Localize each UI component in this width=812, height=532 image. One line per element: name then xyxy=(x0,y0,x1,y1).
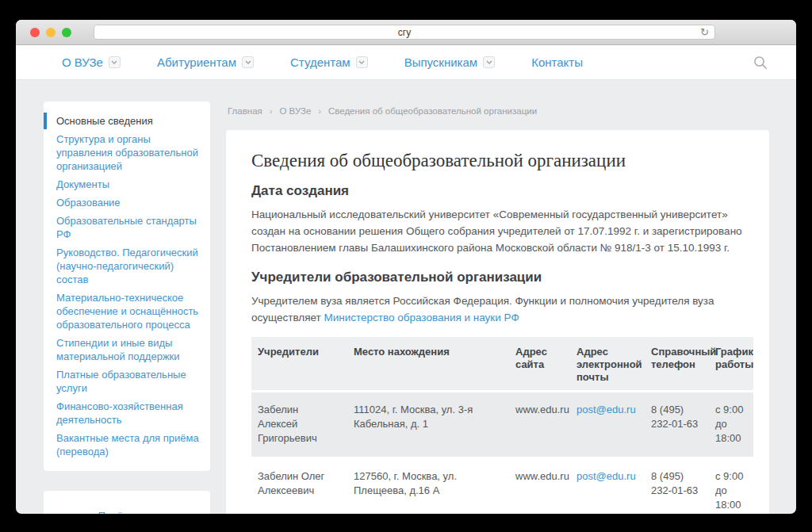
date-section-heading: Дата создания xyxy=(251,182,753,200)
founders-section-heading: Учредители образовательной организации xyxy=(251,269,753,286)
sidebar-item-osnovnye-svedeniya[interactable]: Основные сведения xyxy=(56,114,199,128)
nav-label: О ВУЗе xyxy=(62,55,103,69)
email-link[interactable]: post@edu.ru xyxy=(576,470,636,482)
sidebar-item-stipendii[interactable]: Стипендии и иные виды материальной подде… xyxy=(56,336,199,363)
sidebar-item-obrazovanie[interactable]: Образование xyxy=(56,196,199,209)
breadcrumb-current: Сведения об общеобразовательной организа… xyxy=(328,106,537,116)
maximize-window-button[interactable] xyxy=(62,28,71,37)
nav-item-kontakty[interactable]: Контакты xyxy=(531,55,583,69)
active-item-marker xyxy=(44,113,47,129)
cell-schedule: с 9:00 до 18:00 xyxy=(709,392,753,459)
search-button[interactable] xyxy=(753,55,768,70)
col-header-location: Место нахождения xyxy=(347,337,509,392)
search-icon xyxy=(753,55,768,70)
content-card: Сведения об общеобразовательной организа… xyxy=(226,130,769,514)
col-header-website: Адрес сайта xyxy=(509,337,570,392)
chevron-down-icon[interactable] xyxy=(242,56,254,68)
breadcrumb-home-link[interactable]: Главная xyxy=(228,106,262,116)
address-bar[interactable]: сгу ↻ xyxy=(94,25,715,40)
main-navigation: О ВУЗе Абитуриентам Студентам Выпускника… xyxy=(16,45,796,80)
cell-founder: Забелин Алексей Григорьевич xyxy=(251,392,347,459)
page-title: Сведения об общеобразовательной организа… xyxy=(251,149,753,173)
sidebar-item-label: Основные сведения xyxy=(56,115,153,127)
col-header-email: Адрес электронной почты xyxy=(570,337,645,392)
sidebar-item-struktura[interactable]: Структура и органы управления образовате… xyxy=(56,132,199,173)
cell-founder: Забелин Олег Алексеевич xyxy=(251,459,347,514)
admission-committee-link[interactable]: Приёмная комиссия xyxy=(98,510,197,514)
table-row: Забелин Алексей Григорьевич 111024, г. М… xyxy=(251,392,753,459)
nav-item-studentam[interactable]: Студентам xyxy=(290,55,368,69)
col-header-founders: Учредители xyxy=(251,337,347,392)
date-section-text: Национальный исследовательский университ… xyxy=(251,206,753,256)
col-header-phone: Справочный телефон xyxy=(645,337,709,392)
email-link[interactable]: post@edu.ru xyxy=(576,404,636,415)
cell-address: 111024, г. Москва, ул. 3-я Кабельная, д.… xyxy=(347,392,509,459)
ministry-link[interactable]: Министерство образования и науки РФ xyxy=(324,312,519,323)
nav-label: Абитуриентам xyxy=(157,55,236,69)
sidebar-item-dokumenty[interactable]: Документы xyxy=(56,178,199,191)
breadcrumb-section-link[interactable]: О ВУЗе xyxy=(279,106,311,116)
browser-window: сгу ↻ О ВУЗе Абитуриентам Студентам Выпу… xyxy=(16,20,796,514)
table-header-row: Учредители Место нахождения Адрес сайта … xyxy=(251,337,753,392)
reload-icon[interactable]: ↻ xyxy=(700,26,709,39)
founders-section-text: Учредителем вуза является Российская Фед… xyxy=(251,293,727,326)
cell-schedule: с 9:00 до 18:00 xyxy=(709,459,753,514)
nav-item-vypusknikam[interactable]: Выпускникам xyxy=(404,55,496,69)
sidebar-item-materialno-tehnicheskoe[interactable]: Материально-техническое обеспечение и ос… xyxy=(56,291,199,331)
sidebar-item-rukovodstvo[interactable]: Руководство. Педагогический (научно-педа… xyxy=(56,246,199,286)
nav-item-o-vuze[interactable]: О ВУЗе xyxy=(62,55,121,69)
nav-label: Контакты xyxy=(531,55,583,69)
sidebar: Основные сведения Структура и органы упр… xyxy=(44,101,210,514)
cell-website: www.edu.ru xyxy=(509,459,570,514)
page-body: Основные сведения Структура и органы упр… xyxy=(16,80,796,514)
col-header-schedule: График работы xyxy=(709,337,753,392)
minimize-window-button[interactable] xyxy=(46,28,56,37)
breadcrumb-separator: › xyxy=(270,106,273,116)
sidebar-item-finansovo-hozyaystvennaya[interactable]: Финансово-хозяйственная деятельность xyxy=(56,400,199,427)
traffic-lights xyxy=(30,28,71,37)
chevron-down-icon[interactable] xyxy=(109,56,121,68)
sidebar-menu: Основные сведения Структура и органы упр… xyxy=(44,101,210,471)
browser-titlebar: сгу ↻ xyxy=(16,20,796,45)
cell-address: 127560, г. Москва, ул. Плещеева, д.16 А xyxy=(347,459,509,514)
chevron-down-icon[interactable] xyxy=(356,56,368,68)
nav-item-abiturientam[interactable]: Абитуриентам xyxy=(157,55,254,69)
chevron-down-icon[interactable] xyxy=(483,56,495,68)
admission-committee-card: Приёмная комиссия 9:00 до 20:00, Пн-Пт xyxy=(44,491,210,514)
breadcrumb-separator: › xyxy=(318,106,321,116)
main-column: Главная › О ВУЗе › Сведения об общеобраз… xyxy=(226,101,769,514)
close-window-button[interactable] xyxy=(30,28,40,37)
cell-phone: 8 (495) 232-01-63 xyxy=(645,459,709,514)
sidebar-item-vakantnye-mesta[interactable]: Вакантные места для приёма (перевода) xyxy=(56,431,199,458)
sidebar-item-standarty[interactable]: Образовательные стандарты РФ xyxy=(56,214,199,241)
nav-label: Студентам xyxy=(290,55,350,69)
sidebar-item-platnye-uslugi[interactable]: Платные образовательные услуги xyxy=(56,368,199,395)
cell-website: www.edu.ru xyxy=(509,392,570,459)
table-row: Забелин Олег Алексеевич 127560, г. Москв… xyxy=(251,459,753,514)
cell-phone: 8 (495) 232-01-63 xyxy=(645,392,709,459)
founders-table: Учредители Место нахождения Адрес сайта … xyxy=(251,337,753,514)
breadcrumb: Главная › О ВУЗе › Сведения об общеобраз… xyxy=(228,106,769,116)
nav-label: Выпускникам xyxy=(404,55,478,69)
url-text: сгу xyxy=(398,27,411,38)
